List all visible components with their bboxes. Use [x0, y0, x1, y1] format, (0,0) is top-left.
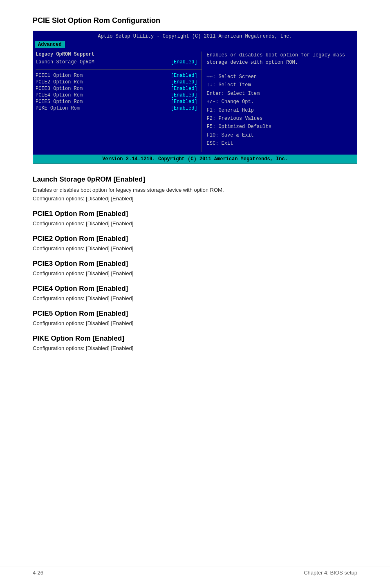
bios-header: Aptio Setup Utility - Copyright (C) 2011…	[33, 31, 357, 40]
doc-title-3: PCIE3 Option Rom [Enabled]	[33, 260, 357, 268]
pcie-value-1: [Enabled]	[171, 73, 197, 79]
footer-page-number: 4-26	[33, 570, 43, 576]
pcie-value-3: [Enabled]	[171, 86, 197, 92]
bios-key-2: Enter: Select Item	[207, 90, 354, 98]
launch-storage-label: Launch Storage OpROM	[36, 59, 94, 65]
pcie-label-1: PCIE1 Option Rom	[36, 73, 83, 79]
footer-chapter: Chapter 4: BIOS setup	[304, 570, 357, 576]
pcie-label-4: PCIE4 Option Rom	[36, 92, 83, 98]
pcie-label-3: PCIE3 Option Rom	[36, 86, 83, 92]
doc-config-1: Configuration options: [Disabled] [Enabl…	[33, 220, 357, 227]
doc-section-6: PIKE Option Rom [Enabled]Configuration o…	[33, 334, 357, 351]
doc-config-0: Configuration options: [Disabled] [Enabl…	[33, 195, 357, 202]
bios-body: Legacy OpROM Support Launch Storage OpRO…	[33, 48, 357, 155]
pcie-value-4: [Enabled]	[171, 92, 197, 98]
pcie-row-4[interactable]: PCIE4 Option Rom [Enabled]	[36, 92, 202, 99]
pcie-label-5: PCIE5 Option Rom	[36, 99, 83, 105]
doc-section-5: PCIE5 Option Rom [Enabled]Configuration …	[33, 310, 357, 326]
pcie-section: PCIE1 Option Rom [Enabled] PCIE2 Option …	[36, 72, 202, 112]
legacy-section-label: Legacy OpROM Support	[36, 52, 202, 57]
doc-config-4: Configuration options: [Disabled] [Enabl…	[33, 295, 357, 301]
doc-config-3: Configuration options: [Disabled] [Enabl…	[33, 270, 357, 276]
doc-title-0: Launch Storage 0pROM [Enabled]	[33, 175, 357, 184]
page-title: PCIE Slot Option Rom Configuration	[33, 16, 357, 25]
bios-key-6: F5: Optimized Defaults	[207, 123, 354, 131]
doc-title-5: PCIE5 Option Rom [Enabled]	[33, 310, 357, 318]
bios-key-8: ESC: Exit	[207, 139, 354, 148]
doc-section-4: PCIE4 Option Rom [Enabled]Configuration …	[33, 285, 357, 301]
doc-section-2: PCIE2 Option Rom [Enabled]Configuration …	[33, 235, 357, 251]
pcie-row-5[interactable]: PCIE5 Option Rom [Enabled]	[36, 99, 202, 105]
bios-tab-bar: Advanced	[33, 40, 357, 48]
bios-left-panel: Legacy OpROM Support Launch Storage OpRO…	[36, 52, 202, 152]
doc-config-2: Configuration options: [Disabled] [Enabl…	[33, 245, 357, 251]
doc-title-6: PIKE Option Rom [Enabled]	[33, 334, 357, 343]
doc-section-0: Launch Storage 0pROM [Enabled]Enables or…	[33, 175, 357, 202]
bios-key-4: F1: General Help	[207, 106, 354, 114]
doc-desc-0: Enables or disables boot option for lega…	[33, 186, 357, 194]
doc-sections: Launch Storage 0pROM [Enabled]Enables or…	[33, 175, 357, 351]
bios-key-3: +/-: Change Opt.	[207, 98, 354, 106]
doc-section-3: PCIE3 Option Rom [Enabled]Configuration …	[33, 260, 357, 276]
pcie-value-2: [Enabled]	[171, 79, 197, 85]
bios-key-7: F10: Save & Exit	[207, 131, 354, 139]
bios-key-1: ↑↓: Select Item	[207, 81, 354, 89]
bios-screen: Aptio Setup Utility - Copyright (C) 2011…	[33, 31, 357, 164]
legacy-section: Legacy OpROM Support Launch Storage OpRO…	[36, 52, 202, 65]
bios-tab-advanced[interactable]: Advanced	[35, 41, 65, 48]
launch-storage-value: [Enabled]	[171, 59, 197, 65]
page-footer: 4-26 Chapter 4: BIOS setup	[0, 566, 390, 576]
pcie-row-1[interactable]: PCIE1 Option Rom [Enabled]	[36, 72, 202, 79]
pcie-value-6: [Enabled]	[171, 105, 197, 111]
bios-right-panel: Enables or disables boot option for lega…	[202, 52, 354, 152]
pcie-label-2: PCIE2 Option Rom	[36, 79, 83, 85]
doc-section-1: PCIE1 Option Rom [Enabled]Configuration …	[33, 210, 357, 227]
pcie-row-6[interactable]: PIKE Option Rom [Enabled]	[36, 105, 202, 112]
doc-title-1: PCIE1 Option Rom [Enabled]	[33, 210, 357, 218]
pcie-label-6: PIKE Option Rom	[36, 105, 80, 111]
doc-title-4: PCIE4 Option Rom [Enabled]	[33, 285, 357, 293]
pcie-row-2[interactable]: PCIE2 Option Rom [Enabled]	[36, 79, 202, 85]
pcie-row-3[interactable]: PCIE3 Option Rom [Enabled]	[36, 85, 202, 92]
pcie-value-5: [Enabled]	[171, 99, 197, 105]
bios-help-text: Enables or disables boot option for lega…	[207, 52, 354, 66]
doc-title-2: PCIE2 Option Rom [Enabled]	[33, 235, 357, 243]
bios-keys: →←: Select Screen↑↓: Select ItemEnter: S…	[207, 73, 354, 148]
launch-storage-row[interactable]: Launch Storage OpROM [Enabled]	[36, 59, 202, 65]
bios-key-0: →←: Select Screen	[207, 73, 354, 81]
doc-config-5: Configuration options: [Disabled] [Enabl…	[33, 320, 357, 326]
bios-key-5: F2: Previous Values	[207, 114, 354, 123]
doc-config-6: Configuration options: [Disabled] [Enabl…	[33, 345, 357, 351]
bios-footer: Version 2.14.1219. Copyright (C) 2011 Am…	[33, 155, 357, 164]
